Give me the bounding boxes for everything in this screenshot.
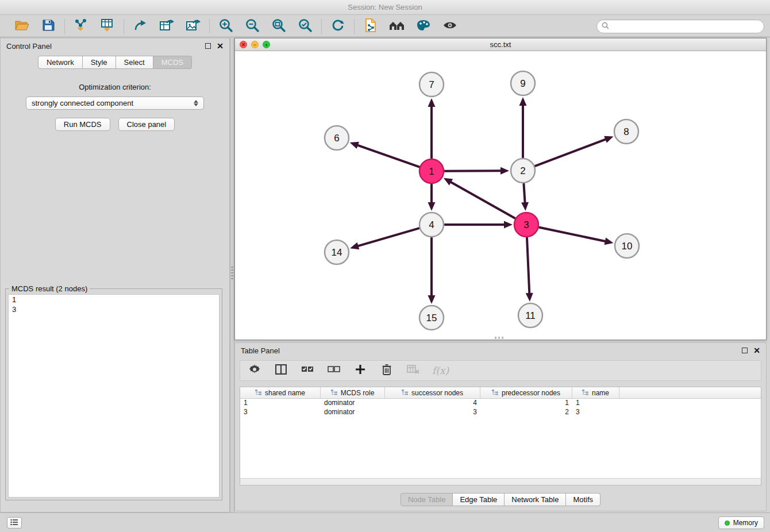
network-node[interactable]: 2 [511,159,535,183]
network-window: ✕ − ＋ scc.txt 7968124314101511 [234,38,767,340]
select-all-button[interactable] [300,363,315,379]
network-canvas[interactable]: 7968124314101511 [235,51,766,340]
column-header[interactable]: name [572,387,619,398]
network-node[interactable]: 6 [325,126,349,150]
export-table-button[interactable] [158,18,175,34]
export-network-button[interactable] [132,18,149,34]
network-edge[interactable] [449,182,515,218]
network-window-titlebar[interactable]: ✕ − ＋ scc.txt [235,38,766,51]
table-hscrollbar[interactable] [240,478,761,485]
open-session-button[interactable] [13,18,30,34]
network-edge[interactable] [445,171,502,171]
network-edge[interactable] [540,228,607,242]
home-button[interactable] [388,18,406,34]
network-node[interactable]: 7 [419,72,444,97]
close-table-panel-icon[interactable]: ✕ [753,348,760,353]
network-node[interactable]: 8 [614,119,638,144]
edge-arrowhead-icon [526,293,533,302]
tab-motifs[interactable]: Motifs [566,493,600,506]
import-network-button[interactable] [72,18,90,34]
save-icon [42,19,55,34]
zoom-in-button[interactable] [217,18,234,34]
column-header-label: successor nodes [411,389,463,397]
tab-network-table[interactable]: Network Table [505,493,566,506]
node-label: 2 [520,165,525,176]
add-column-button[interactable] [353,363,368,379]
show-columns-button[interactable] [274,363,288,379]
unchecked-boxes-icon [328,365,340,376]
table-delete-icon [407,365,419,376]
style-button[interactable] [415,18,432,34]
column-header[interactable]: shared name [240,387,321,398]
network-node[interactable]: 10 [615,234,639,258]
node-label: 1 [429,166,434,177]
table-cell: 3 [240,408,321,417]
network-node[interactable]: 4 [419,213,444,237]
mcds-result-item[interactable]: 1 [9,295,219,304]
memory-button[interactable]: Memory [718,516,764,529]
column-header[interactable]: successor nodes [385,387,480,398]
window-titlebar: Session: New Session [0,0,770,15]
maximize-window-button[interactable]: ＋ [263,41,270,48]
eye-icon [442,20,457,33]
control-panel-title: Control Panel [6,42,52,51]
float-panel-icon[interactable] [205,43,211,49]
close-panel-icon[interactable]: ✕ [217,43,224,49]
tab-style[interactable]: Style [83,56,116,69]
tab-network[interactable]: Network [38,56,83,69]
delete-table-button[interactable] [406,363,421,379]
table-cell: 1 [240,399,321,408]
apply-layout-button[interactable] [329,18,346,34]
file-group [6,18,64,34]
column-header[interactable]: MCDS role [321,387,385,398]
sort-icon [331,389,338,397]
delete-column-button[interactable] [379,363,394,379]
tab-mcds[interactable]: MCDS [153,56,192,69]
function-builder-button[interactable]: f(x) [432,365,449,376]
export-image-button[interactable] [184,18,202,34]
mcds-result-item[interactable]: 3 [9,304,219,314]
search-field[interactable] [596,20,764,33]
network-node[interactable]: 9 [511,71,535,95]
panel-splitter[interactable] [230,38,234,512]
network-node[interactable]: 14 [325,240,349,264]
deselect-all-button[interactable] [326,363,341,379]
search-input[interactable] [612,22,759,30]
table-cell: 4 [385,399,480,408]
table-cell: dominator [321,399,385,408]
close-panel-button[interactable]: Close panel [118,118,175,131]
network-edge[interactable] [527,238,529,295]
network-node[interactable]: 1 [419,159,444,183]
network-edge[interactable] [536,139,607,166]
show-hide-button[interactable] [441,18,459,34]
column-header-label: predecessor nodes [502,389,560,397]
close-window-button[interactable]: ✕ [240,41,247,48]
window-resize-grip[interactable] [495,337,505,339]
zoom-selected-button[interactable] [297,18,314,34]
copy-style-button[interactable] [362,18,379,34]
zoom-out-button[interactable] [244,18,261,34]
network-node[interactable]: 15 [419,306,444,330]
network-edge[interactable] [357,228,419,246]
network-edge[interactable] [356,145,419,167]
table-settings-button[interactable] [247,363,262,379]
palette-icon [416,19,431,34]
zoom-fit-button[interactable] [270,18,287,34]
optimization-dropdown[interactable]: strongly connected component [26,97,204,110]
network-edge[interactable] [523,184,525,204]
table-row[interactable]: 3dominator323 [240,408,761,417]
network-node[interactable]: 11 [518,303,542,327]
run-mcds-button[interactable]: Run MCDS [55,118,110,131]
tab-select[interactable]: Select [116,56,153,69]
column-header[interactable]: predecessor nodes [480,387,572,398]
tab-edge-table[interactable]: Edge Table [453,493,505,506]
float-table-panel-icon[interactable] [742,348,748,353]
save-session-button[interactable] [40,18,57,34]
table-row[interactable]: 1dominator411 [240,399,761,408]
tab-node-table[interactable]: Node Table [401,493,453,506]
sort-icon [492,389,499,397]
network-node[interactable]: 3 [514,213,538,237]
minimize-window-button[interactable]: − [251,41,259,48]
import-table-button[interactable] [99,18,116,34]
task-history-button[interactable] [7,517,22,529]
